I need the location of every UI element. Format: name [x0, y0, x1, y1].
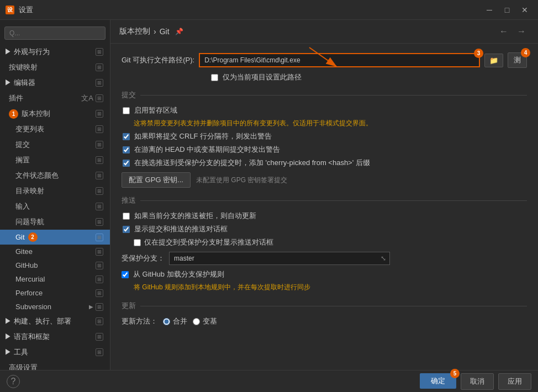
minimize-button[interactable]: ─	[482, 2, 497, 18]
sidebar-item-label: Gitee	[15, 247, 33, 256]
nav-back-button[interactable]: ←	[496, 25, 511, 38]
only-current-label[interactable]: 仅为当前项目设置此路径	[223, 72, 302, 82]
detached-head-row: 在游离的 HEAD 中或变基期间提交时发出警告	[122, 145, 527, 155]
maximize-button[interactable]: □	[499, 2, 515, 18]
cherry-label[interactable]: 在挑选推送到受保护分支的提交时，添加 'cherry-picked from <…	[134, 158, 370, 168]
autoupdate-label[interactable]: 如果当前分支的推送被拒，则自动更新	[134, 211, 256, 221]
folder-icon: 📁	[489, 56, 498, 65]
sidebar-item-filestatus[interactable]: 文件状态颜色 ⊞	[0, 168, 110, 183]
sidebar-item-perforce[interactable]: Perforce ⊞	[0, 286, 110, 300]
protected-branch-row: 受保护分支： ⤡	[122, 252, 527, 265]
pin-icon: 📌	[175, 28, 183, 35]
sidebar-item-changelist[interactable]: 变更列表 ⊞	[0, 121, 110, 137]
badge-4: 4	[521, 48, 530, 57]
sidebar-item-label: ▶ 语言和框架	[4, 332, 50, 342]
copy-icon16: ⊞	[96, 276, 103, 283]
sidebar-item-gitee[interactable]: Gitee ⊞	[0, 245, 110, 258]
sidebar-item-build[interactable]: ▶ 构建、执行、部署 ⊞	[0, 314, 110, 329]
breadcrumb-part1: 版本控制	[119, 27, 150, 36]
cancel-button[interactable]: 取消	[461, 373, 494, 390]
copy-icon19: ⊞	[96, 317, 103, 325]
sidebar-item-github[interactable]: GitHub ⊞	[0, 258, 110, 272]
sidebar-item-label: ▶ 外观与行为	[4, 47, 50, 57]
staging-label[interactable]: 启用暂存区域	[134, 105, 177, 115]
showdialog-checkbox[interactable]	[123, 226, 130, 233]
sidebar-item-label: 按键映射	[9, 62, 38, 72]
sidebar-item-tools[interactable]: ▶ 工具 ⊞	[0, 345, 110, 360]
push-section-title: 推送	[122, 195, 136, 205]
showdialogprotected-checkbox[interactable]	[134, 239, 141, 246]
detached-checkbox[interactable]	[123, 146, 130, 153]
nav-buttons: ← →	[496, 25, 529, 38]
crlf-checkbox[interactable]	[123, 133, 130, 140]
sidebar-item-git[interactable]: Git 2 ⊞	[0, 230, 110, 245]
sidebar-item-label: GitHub	[15, 261, 38, 269]
only-current-checkbox[interactable]	[211, 74, 218, 81]
github-checkbox[interactable]	[122, 271, 129, 278]
protected-label: 受保护分支：	[122, 253, 165, 263]
gpg-button[interactable]: 配置 GPG 密钥...	[122, 172, 191, 188]
merge-radio[interactable]	[163, 318, 170, 325]
sidebar-item-nav[interactable]: 问题导航 ⊞	[0, 214, 110, 230]
sidebar-item-label: 提交	[15, 140, 30, 150]
gpg-row: 配置 GPG 密钥... 未配置使用 GPG 密钥签署提交	[122, 172, 527, 188]
sidebar-item-shelve[interactable]: 搁置 ⊞	[0, 152, 110, 168]
merge-option[interactable]: 合并	[163, 316, 187, 326]
sidebar-item-label: 输入	[15, 202, 30, 211]
browse-button[interactable]: 📁	[484, 54, 503, 67]
sidebar-item-advanced[interactable]: 高级设置	[0, 360, 110, 370]
expand-button[interactable]: ⤡	[377, 252, 389, 264]
showdialogprotected-label[interactable]: 仅在提交到受保护分支时显示推送对话框	[144, 237, 273, 247]
content-panel: 版本控制 › Git 📌 ← → Git 可执行文件路径(P): 3 📁	[110, 20, 538, 370]
divider-line	[140, 95, 527, 96]
sidebar-item-keymap[interactable]: 按键映射 ⊞	[0, 60, 110, 75]
sidebar-item-label: 插件	[9, 93, 23, 103]
showdialog-label[interactable]: 显示提交和推送的推送对话框	[134, 224, 228, 234]
staging-checkbox[interactable]	[123, 107, 130, 114]
sidebar-item-label: ▶ 工具	[4, 347, 28, 357]
apply-button[interactable]: 应用	[498, 373, 531, 390]
sidebar-item-vcs[interactable]: 1 版本控制 ⊞	[0, 106, 110, 121]
only-current-project-row: 仅为当前项目设置此路径	[210, 72, 527, 82]
sidebar-item-langframe[interactable]: ▶ 语言和框架 ⊞	[0, 329, 110, 345]
crlf-label[interactable]: 如果即将提交 CRLF 行分隔符，则发出警告	[134, 131, 272, 141]
autoupdate-checkbox[interactable]	[123, 213, 130, 220]
search-box[interactable]	[4, 27, 106, 40]
search-input[interactable]	[4, 27, 106, 40]
window-controls: ─ □ ✕	[482, 2, 532, 18]
title-bar: 设 设置 ─ □ ✕	[0, 0, 538, 20]
help-button[interactable]: ?	[7, 375, 20, 388]
sidebar-item-commit[interactable]: 提交 ⊞	[0, 137, 110, 152]
sidebar-item-subversion[interactable]: Subversion ▶ ⊞	[0, 300, 110, 314]
sidebar-item-dirmap[interactable]: 目录映射 ⊞	[0, 183, 110, 199]
copy-icon15: ⊞	[96, 262, 103, 269]
sidebar-item-input[interactable]: 输入 ⊞	[0, 199, 110, 214]
breadcrumb-part2: Git	[160, 27, 170, 36]
window-title: 设置	[19, 5, 482, 15]
sidebar-item-editor[interactable]: ▶ 编辑器 ⊞	[0, 75, 110, 91]
update-method-label: 更新方法：	[122, 316, 157, 326]
close-button[interactable]: ✕	[517, 2, 532, 18]
sidebar-item-appearance[interactable]: ▶ 外观与行为 ⊞	[0, 44, 110, 60]
copy-icon14: ⊞	[96, 248, 103, 256]
sidebar-item-label: 文件状态颜色	[15, 171, 59, 181]
sidebar-item-label: 变更列表	[15, 124, 44, 134]
git-badge: 2	[28, 232, 38, 242]
rebase-radio[interactable]	[193, 318, 200, 325]
sidebar-item-mercurial[interactable]: Mercurial ⊞	[0, 272, 110, 286]
nav-forward-button[interactable]: →	[514, 25, 529, 38]
github-label[interactable]: 从 GitHub 加载分支保护规则	[133, 269, 224, 279]
vcs-badge: 1	[9, 109, 18, 119]
rebase-option[interactable]: 变基	[193, 316, 217, 326]
copy-icon9: ⊞	[96, 172, 103, 179]
staging-area-row: 启用暂存区域	[122, 105, 527, 115]
sidebar-item-label: 版本控制	[22, 109, 50, 119]
protected-input[interactable]	[170, 252, 377, 264]
detached-label[interactable]: 在游离的 HEAD 中或变基期间提交时发出警告	[134, 145, 280, 155]
git-path-input[interactable]	[199, 53, 480, 67]
sidebar-item-plugins[interactable]: 插件 文A ⊞	[0, 91, 110, 106]
translate-icon: 文A	[81, 93, 93, 103]
rebase-label: 变基	[203, 316, 217, 326]
auto-update-row: 如果当前分支的推送被拒，则自动更新	[122, 211, 527, 221]
cherry-checkbox[interactable]	[123, 160, 130, 167]
